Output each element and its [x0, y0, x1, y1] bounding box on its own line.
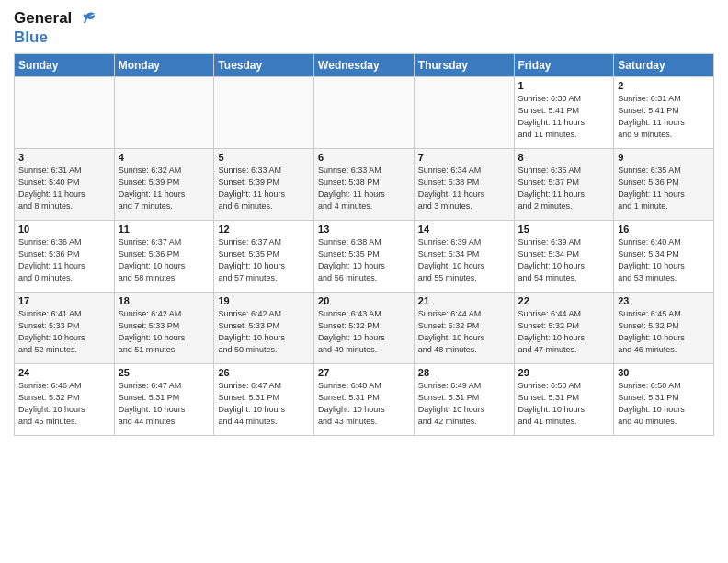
day-number: 22 [518, 295, 610, 306]
day-info-line: Sunrise: 6:34 AM [418, 165, 510, 177]
day-info-line: Sunset: 5:36 PM [119, 248, 210, 260]
day-info-line: Sunrise: 6:39 AM [518, 236, 610, 248]
day-number: 10 [18, 224, 110, 235]
day-info-line: Sunset: 5:35 PM [218, 248, 310, 260]
day-info-line: Daylight: 10 hours [119, 404, 210, 416]
day-info-line: Sunset: 5:34 PM [418, 248, 510, 260]
day-info-line: and 7 minutes. [119, 201, 210, 213]
calendar-cell: 2Sunrise: 6:31 AMSunset: 5:41 PMDaylight… [614, 77, 714, 149]
day-info-line: Sunset: 5:33 PM [18, 320, 110, 332]
day-number: 14 [418, 224, 510, 235]
day-number: 2 [618, 80, 710, 91]
day-info: Sunrise: 6:37 AMSunset: 5:36 PMDaylight:… [119, 236, 210, 284]
day-number: 7 [418, 152, 510, 163]
day-info-line: Sunset: 5:33 PM [119, 320, 210, 332]
day-info-line: and 11 minutes. [518, 129, 610, 141]
calendar-week-2: 3Sunrise: 6:31 AMSunset: 5:40 PMDaylight… [15, 149, 714, 221]
logo-text-block: General Blue [14, 9, 97, 46]
day-info-line: Daylight: 11 hours [518, 189, 610, 201]
day-info-line: Sunrise: 6:50 AM [618, 380, 710, 392]
day-info-line: Sunrise: 6:39 AM [418, 236, 510, 248]
day-info-line: Sunrise: 6:50 AM [518, 380, 610, 392]
calendar-cell: 20Sunrise: 6:43 AMSunset: 5:32 PMDayligh… [314, 293, 415, 364]
day-info-line: Daylight: 10 hours [518, 260, 610, 272]
day-info-line: Sunset: 5:31 PM [418, 392, 510, 404]
calendar-cell [15, 77, 115, 149]
day-info-line: Daylight: 10 hours [418, 260, 510, 272]
day-info-line: Sunset: 5:31 PM [119, 392, 210, 404]
day-number: 3 [18, 152, 110, 163]
logo: General Blue [14, 9, 97, 46]
day-number: 18 [119, 295, 210, 306]
day-info-line: Daylight: 11 hours [618, 117, 710, 129]
day-info-line: Sunrise: 6:40 AM [618, 236, 710, 248]
calendar-cell [314, 77, 415, 149]
day-info: Sunrise: 6:30 AMSunset: 5:41 PMDaylight:… [518, 93, 610, 141]
day-info-line: and 48 minutes. [418, 344, 510, 356]
day-info-line: Sunset: 5:31 PM [318, 392, 410, 404]
calendar-week-3: 10Sunrise: 6:36 AMSunset: 5:36 PMDayligh… [15, 221, 714, 293]
day-info: Sunrise: 6:31 AMSunset: 5:40 PMDaylight:… [18, 165, 110, 213]
logo-blue: Blue [14, 29, 97, 47]
day-info-line: Sunset: 5:37 PM [518, 177, 610, 189]
day-info-line: and 51 minutes. [119, 344, 210, 356]
day-info-line: Sunrise: 6:44 AM [418, 308, 510, 320]
day-info: Sunrise: 6:35 AMSunset: 5:36 PMDaylight:… [618, 165, 710, 213]
day-info-line: and 40 minutes. [618, 416, 710, 428]
calendar-cell [114, 77, 214, 149]
day-info-line: and 1 minute. [618, 201, 710, 213]
calendar-cell: 24Sunrise: 6:46 AMSunset: 5:32 PMDayligh… [15, 364, 115, 436]
day-info: Sunrise: 6:50 AMSunset: 5:31 PMDaylight:… [618, 380, 710, 428]
calendar-cell: 29Sunrise: 6:50 AMSunset: 5:31 PMDayligh… [514, 364, 614, 436]
day-info: Sunrise: 6:45 AMSunset: 5:32 PMDaylight:… [618, 308, 710, 356]
calendar-cell: 5Sunrise: 6:33 AMSunset: 5:39 PMDaylight… [214, 149, 314, 221]
day-number: 27 [318, 367, 410, 378]
day-info-line: Sunrise: 6:31 AM [18, 165, 110, 177]
day-info-line: Sunset: 5:41 PM [518, 105, 610, 117]
day-info: Sunrise: 6:39 AMSunset: 5:34 PMDaylight:… [418, 236, 510, 284]
day-info-line: Sunrise: 6:35 AM [618, 165, 710, 177]
day-info-line: and 56 minutes. [318, 272, 410, 284]
day-info: Sunrise: 6:32 AMSunset: 5:39 PMDaylight:… [119, 165, 210, 213]
day-info-line: and 9 minutes. [618, 129, 710, 141]
day-number: 29 [518, 367, 610, 378]
calendar-cell: 28Sunrise: 6:49 AMSunset: 5:31 PMDayligh… [414, 364, 514, 436]
day-info-line: Daylight: 10 hours [18, 332, 110, 344]
day-info: Sunrise: 6:44 AMSunset: 5:32 PMDaylight:… [518, 308, 610, 356]
day-number: 25 [119, 367, 210, 378]
day-info-line: Sunrise: 6:42 AM [218, 308, 310, 320]
day-info-line: and 52 minutes. [18, 344, 110, 356]
day-info-line: Sunrise: 6:37 AM [119, 236, 210, 248]
day-number: 20 [318, 295, 410, 306]
day-info-line: Daylight: 10 hours [618, 332, 710, 344]
day-info-line: Daylight: 11 hours [618, 189, 710, 201]
calendar-cell: 10Sunrise: 6:36 AMSunset: 5:36 PMDayligh… [15, 221, 115, 293]
calendar-cell: 30Sunrise: 6:50 AMSunset: 5:31 PMDayligh… [614, 364, 714, 436]
day-info-line: and 42 minutes. [418, 416, 510, 428]
calendar-cell: 11Sunrise: 6:37 AMSunset: 5:36 PMDayligh… [114, 221, 214, 293]
calendar-cell: 3Sunrise: 6:31 AMSunset: 5:40 PMDaylight… [15, 149, 115, 221]
day-info-line: and 45 minutes. [18, 416, 110, 428]
calendar-cell [414, 77, 514, 149]
calendar-cell: 19Sunrise: 6:42 AMSunset: 5:33 PMDayligh… [214, 293, 314, 364]
calendar-cell: 8Sunrise: 6:35 AMSunset: 5:37 PMDaylight… [514, 149, 614, 221]
day-info: Sunrise: 6:46 AMSunset: 5:32 PMDaylight:… [18, 380, 110, 428]
day-info-line: and 4 minutes. [318, 201, 410, 213]
day-info-line: Daylight: 11 hours [18, 189, 110, 201]
day-number: 1 [518, 80, 610, 91]
day-number: 11 [119, 224, 210, 235]
day-info-line: Sunset: 5:34 PM [618, 248, 710, 260]
day-info-line: and 55 minutes. [418, 272, 510, 284]
calendar-header-monday: Monday [114, 54, 214, 77]
day-info-line: Daylight: 10 hours [418, 404, 510, 416]
calendar-header-saturday: Saturday [614, 54, 714, 77]
calendar-cell: 4Sunrise: 6:32 AMSunset: 5:39 PMDaylight… [114, 149, 214, 221]
day-info-line: Daylight: 10 hours [218, 260, 310, 272]
day-info-line: Sunset: 5:32 PM [518, 320, 610, 332]
day-number: 15 [518, 224, 610, 235]
day-info-line: and 41 minutes. [518, 416, 610, 428]
day-info-line: Sunset: 5:31 PM [618, 392, 710, 404]
day-info-line: and 8 minutes. [18, 201, 110, 213]
day-info: Sunrise: 6:42 AMSunset: 5:33 PMDaylight:… [218, 308, 310, 356]
day-info-line: Sunrise: 6:47 AM [119, 380, 210, 392]
